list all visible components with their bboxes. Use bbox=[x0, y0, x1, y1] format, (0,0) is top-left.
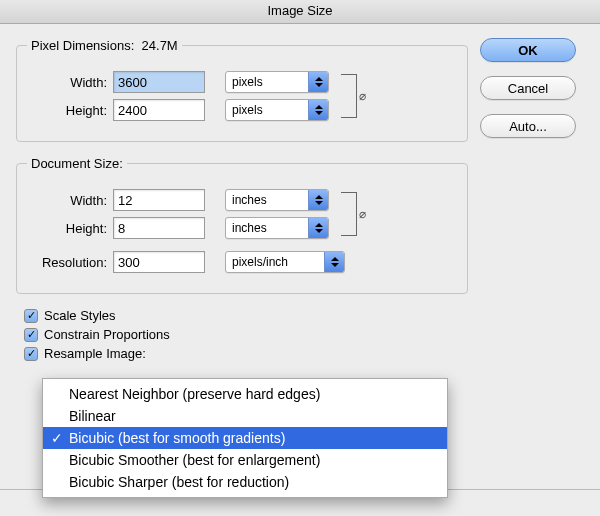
pd-width-label: Width: bbox=[27, 75, 113, 90]
checkmark-icon: ✓ bbox=[24, 347, 38, 361]
dropdown-item-label: Nearest Neighbor (preserve hard edges) bbox=[69, 386, 320, 402]
pd-width-unit-select[interactable]: pixels bbox=[225, 71, 329, 93]
pd-legend-prefix: Pixel Dimensions: bbox=[31, 38, 134, 53]
scale-styles-label: Scale Styles bbox=[44, 308, 116, 323]
doc-width-row: Width: inches bbox=[27, 189, 329, 211]
resample-label: Resample Image: bbox=[44, 346, 146, 361]
dialog-body: Pixel Dimensions: 24.7M Width: pixels He… bbox=[0, 24, 600, 365]
pd-height-unit-value: pixels bbox=[226, 103, 308, 117]
doc-width-label: Width: bbox=[27, 193, 113, 208]
dropdown-item-bicubic-smoother[interactable]: Bicubic Smoother (best for enlargement) bbox=[43, 449, 447, 471]
cancel-button[interactable]: Cancel bbox=[480, 76, 576, 100]
ok-button[interactable]: OK bbox=[480, 38, 576, 62]
dropdown-item-nearest[interactable]: Nearest Neighbor (preserve hard edges) bbox=[43, 383, 447, 405]
dropdown-item-label: Bicubic Smoother (best for enlargement) bbox=[69, 452, 320, 468]
pixel-dimensions-legend: Pixel Dimensions: 24.7M bbox=[27, 38, 182, 53]
checkbox-area: ✓ Scale Styles ✓ Constrain Proportions ✓… bbox=[24, 308, 468, 361]
select-stepper-icon bbox=[308, 100, 328, 120]
pd-height-input[interactable] bbox=[113, 99, 205, 121]
select-stepper-icon bbox=[324, 252, 344, 272]
doc-link-indicator: ⌀ bbox=[341, 187, 366, 241]
auto-button[interactable]: Auto... bbox=[480, 114, 576, 138]
pd-size-value: 24.7M bbox=[142, 38, 178, 53]
doc-legend: Document Size: bbox=[27, 156, 127, 171]
right-column: OK Cancel Auto... bbox=[468, 38, 588, 365]
pd-height-unit-select[interactable]: pixels bbox=[225, 99, 329, 121]
doc-res-label: Resolution: bbox=[27, 255, 113, 270]
doc-width-unit-value: inches bbox=[226, 193, 308, 207]
scale-styles-checkbox[interactable]: ✓ Scale Styles bbox=[24, 308, 468, 323]
dropdown-item-label: Bilinear bbox=[69, 408, 116, 424]
pd-width-row: Width: pixels bbox=[27, 71, 329, 93]
doc-res-input[interactable] bbox=[113, 251, 205, 273]
pixel-dimensions-group: Pixel Dimensions: 24.7M Width: pixels He… bbox=[16, 38, 468, 142]
link-icon: ⌀ bbox=[359, 89, 366, 103]
checkmark-icon: ✓ bbox=[24, 309, 38, 323]
dropdown-item-bicubic-sharper[interactable]: Bicubic Sharper (best for reduction) bbox=[43, 471, 447, 493]
doc-height-input[interactable] bbox=[113, 217, 205, 239]
doc-resolution-row: Resolution: pixels/inch bbox=[27, 251, 457, 273]
dropdown-item-bilinear[interactable]: Bilinear bbox=[43, 405, 447, 427]
doc-width-unit-select[interactable]: inches bbox=[225, 189, 329, 211]
document-size-group: Document Size: Width: inches Height: bbox=[16, 156, 468, 294]
dropdown-item-bicubic[interactable]: ✓ Bicubic (best for smooth gradients) bbox=[43, 427, 447, 449]
pd-width-unit-value: pixels bbox=[226, 75, 308, 89]
select-stepper-icon bbox=[308, 190, 328, 210]
constrain-proportions-checkbox[interactable]: ✓ Constrain Proportions bbox=[24, 327, 468, 342]
dropdown-item-label: Bicubic Sharper (best for reduction) bbox=[69, 474, 289, 490]
pd-link-indicator: ⌀ bbox=[341, 69, 366, 123]
select-stepper-icon bbox=[308, 72, 328, 92]
link-icon: ⌀ bbox=[359, 207, 366, 221]
doc-res-unit-select[interactable]: pixels/inch bbox=[225, 251, 345, 273]
title-bar: Image Size bbox=[0, 0, 600, 24]
doc-res-unit-value: pixels/inch bbox=[226, 255, 324, 269]
checkmark-icon: ✓ bbox=[24, 328, 38, 342]
doc-height-label: Height: bbox=[27, 221, 113, 236]
dropdown-item-label: Bicubic (best for smooth gradients) bbox=[69, 430, 285, 446]
pd-height-row: Height: pixels bbox=[27, 99, 329, 121]
doc-height-row: Height: inches bbox=[27, 217, 329, 239]
checkmark-icon: ✓ bbox=[51, 430, 63, 446]
doc-width-input[interactable] bbox=[113, 189, 205, 211]
select-stepper-icon bbox=[308, 218, 328, 238]
resample-method-dropdown: Nearest Neighbor (preserve hard edges) B… bbox=[42, 378, 448, 498]
pd-height-label: Height: bbox=[27, 103, 113, 118]
resample-checkbox[interactable]: ✓ Resample Image: bbox=[24, 346, 468, 361]
constrain-label: Constrain Proportions bbox=[44, 327, 170, 342]
left-column: Pixel Dimensions: 24.7M Width: pixels He… bbox=[16, 38, 468, 365]
doc-height-unit-value: inches bbox=[226, 221, 308, 235]
dialog-title: Image Size bbox=[267, 3, 332, 18]
pd-width-input[interactable] bbox=[113, 71, 205, 93]
doc-height-unit-select[interactable]: inches bbox=[225, 217, 329, 239]
